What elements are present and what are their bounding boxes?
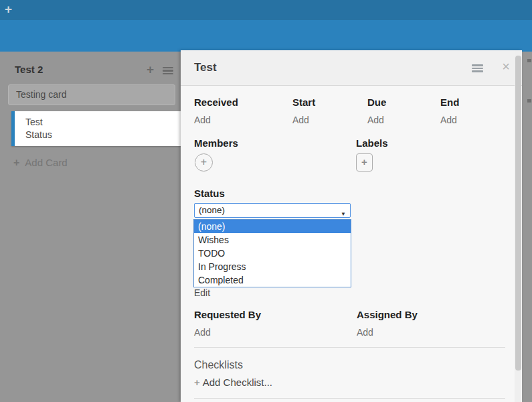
- checklists-label: Checklists: [194, 359, 243, 371]
- list-menu-icon[interactable]: [163, 67, 173, 74]
- due-add-link[interactable]: Add: [367, 115, 384, 125]
- status-option-todo[interactable]: TODO: [194, 247, 351, 260]
- panel-card-title: Test: [194, 61, 217, 74]
- end-add-link[interactable]: Add: [440, 115, 457, 125]
- add-checklist-label: Add Checklist...: [203, 377, 272, 388]
- received-add-link[interactable]: Add: [194, 115, 211, 125]
- due-label: Due: [367, 96, 386, 108]
- status-selected-value: (none): [199, 205, 225, 215]
- plus-icon: +: [13, 157, 19, 168]
- status-option-none[interactable]: (none): [194, 220, 351, 233]
- add-checklist-button[interactable]: +Add Checklist...: [194, 377, 272, 388]
- status-option-in-progress[interactable]: In Progress: [194, 260, 351, 273]
- status-edit-link[interactable]: Edit: [194, 287, 210, 298]
- status-options-list: (none) Wishes TODO In Progress Completed: [193, 219, 351, 287]
- board-header-bar: [0, 20, 532, 52]
- card-test-selected[interactable]: Test Status: [11, 111, 181, 146]
- requested-by-label: Requested By: [194, 309, 261, 320]
- status-option-wishes[interactable]: Wishes: [194, 233, 351, 247]
- section-divider: [194, 398, 505, 399]
- section-divider: [194, 347, 505, 348]
- add-label-button[interactable]: +: [356, 153, 373, 172]
- labels-label: Labels: [356, 137, 388, 149]
- panel-scrollbar-thumb[interactable]: [515, 56, 521, 371]
- add-card-button[interactable]: +Add Card: [13, 157, 68, 169]
- requested-by-add-link[interactable]: Add: [194, 327, 211, 338]
- status-select[interactable]: (none) ▼: [194, 203, 351, 218]
- status-option-completed[interactable]: Completed: [194, 273, 351, 287]
- app-window: + Test 2 + Testing card Test Status +Add…: [0, 0, 532, 402]
- add-board-icon[interactable]: +: [5, 2, 12, 17]
- assigned-by-label: Assigned By: [357, 309, 418, 320]
- plus-icon: +: [194, 377, 200, 388]
- add-card-label: Add Card: [25, 157, 67, 168]
- panel-header: Test ×: [181, 50, 522, 86]
- edge-list-sliver-mark: [527, 99, 531, 103]
- assigned-by-add-link[interactable]: Add: [357, 327, 373, 338]
- end-label: End: [440, 96, 459, 108]
- card-testing-card[interactable]: Testing card: [8, 84, 175, 105]
- members-label: Members: [194, 137, 238, 149]
- start-add-link[interactable]: Add: [292, 115, 309, 125]
- start-label: Start: [292, 96, 315, 108]
- card-detail-panel: Test × Received Add Start Add Due Add En…: [181, 50, 522, 402]
- top-navbar: +: [0, 0, 532, 20]
- add-member-button[interactable]: +: [195, 153, 213, 172]
- status-label: Status: [194, 188, 225, 199]
- list-add-card-icon[interactable]: +: [147, 62, 154, 77]
- card-title: Test: [25, 116, 181, 129]
- card-menu-icon[interactable]: [472, 64, 483, 72]
- edge-list-sliver-mark: [527, 59, 531, 62]
- list-title: Test 2: [15, 64, 43, 75]
- card-status-badge: Status: [25, 129, 181, 141]
- received-label: Received: [194, 96, 238, 108]
- close-icon[interactable]: ×: [502, 59, 510, 74]
